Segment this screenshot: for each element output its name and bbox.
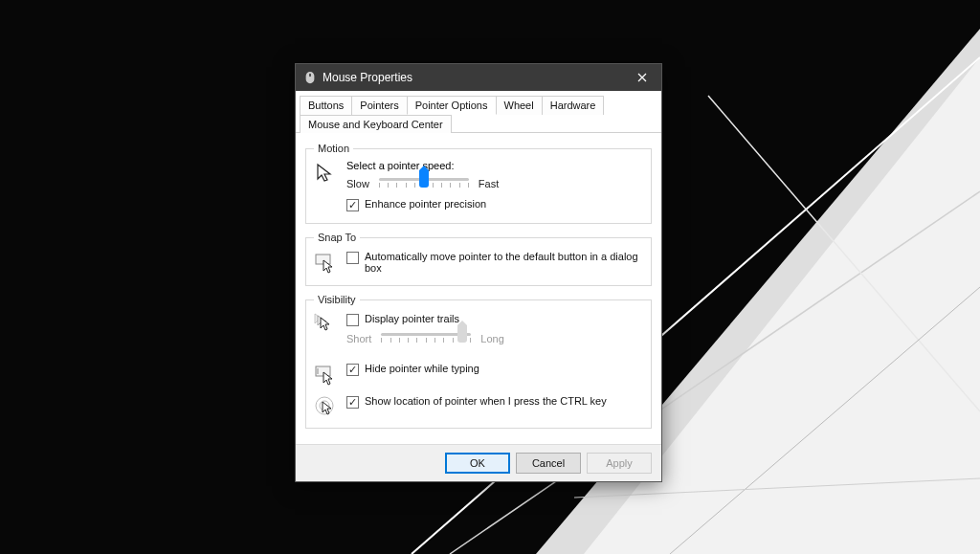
mouse-properties-dialog: Mouse Properties Buttons Pointers Pointe… [295,63,662,482]
ctrl-locate-icon [314,393,346,418]
apply-button: Apply [587,453,652,474]
tab-strip: Buttons Pointers Pointer Options Wheel H… [296,91,661,133]
tab-mouse-keyboard-center[interactable]: Mouse and Keyboard Center [300,115,452,133]
group-visibility-legend: Visibility [314,294,360,305]
hide-typing-checkbox[interactable]: ✓ Hide pointer while typing [346,363,643,376]
snap-to-icon [314,249,346,274]
tab-content: Motion Select a pointer speed: Slow [296,133,661,444]
tab-pointer-options[interactable]: Pointer Options [407,96,497,115]
desktop: Mouse Properties Buttons Pointers Pointe… [0,0,980,554]
ctrl-locate-checkbox[interactable]: ✓ Show location of pointer when I press … [346,395,643,409]
pointer-speed-slider[interactable] [379,175,469,192]
tab-pointers[interactable]: Pointers [351,96,407,115]
cancel-button[interactable]: Cancel [516,453,581,474]
pointer-trails-label: Display pointer trails [365,313,459,324]
pointer-trails-checkbox[interactable]: Display pointer trails [346,313,643,326]
pointer-trails-icon [314,311,346,336]
group-snap-to: Snap To Automatically move pointer to th… [305,232,652,286]
trails-short-label: Short [346,333,371,344]
enhance-precision-label: Enhance pointer precision [365,198,486,210]
mouse-icon [303,71,317,84]
group-snap-to-legend: Snap To [314,232,360,243]
close-button[interactable] [623,64,661,91]
auto-move-checkbox[interactable]: Automatically move pointer to the defaul… [346,251,643,274]
tab-hardware[interactable]: Hardware [542,96,605,115]
dialog-buttons: OK Cancel Apply [296,444,661,481]
hide-typing-label: Hide pointer while typing [365,363,479,374]
window-title: Mouse Properties [323,71,623,84]
ok-button[interactable]: OK [445,453,510,474]
slow-label: Slow [346,178,369,189]
auto-move-label: Automatically move pointer to the defaul… [365,251,643,274]
tab-buttons[interactable]: Buttons [300,96,352,115]
group-visibility: Visibility Display pointer trails [305,294,652,429]
group-motion-legend: Motion [314,143,353,154]
trails-long-label: Long [480,333,503,344]
pointer-trails-slider [381,330,471,347]
enhance-precision-checkbox[interactable]: ✓ Enhance pointer precision [346,198,643,211]
fast-label: Fast [479,178,499,189]
pointer-speed-prompt: Select a pointer speed: [346,160,643,171]
ctrl-locate-label: Show location of pointer when I press th… [365,395,607,407]
group-motion: Motion Select a pointer speed: Slow [305,143,652,224]
hide-typing-icon [314,361,346,386]
tab-wheel[interactable]: Wheel [496,96,543,115]
cursor-speed-icon [314,160,346,185]
titlebar[interactable]: Mouse Properties [296,64,661,91]
